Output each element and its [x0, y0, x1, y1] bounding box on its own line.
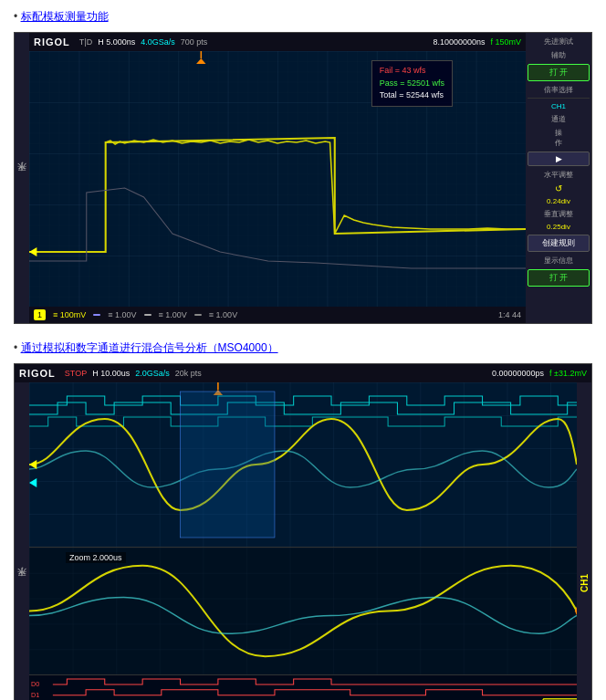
scope1-bottom: 1 ≡ 100mV ≡ 1.00V ≡ 1.00V ≡ 1.00V 1:4 44	[29, 307, 526, 323]
scope1-main: RIGOL T|D H 5.000ns 4.0GSa/s 700 pts 8.1…	[29, 33, 526, 323]
svg-rect-10	[181, 392, 275, 538]
scope1-panel-play[interactable]: ▶	[528, 151, 590, 166]
scope1-wrapper: 水平 RIGOL T|D H 5.000ns 4.0GSa/s 700 pts …	[14, 32, 592, 324]
scope1-ch1-badge: 1	[34, 309, 46, 320]
scope1-panel-h-icon: ↺	[528, 183, 590, 193]
section1-link[interactable]: 标配模板测量功能	[21, 10, 109, 23]
scope1-ch2-badge	[93, 314, 100, 316]
scope2-inner: 水平	[15, 382, 591, 700]
scope2-status: STOP	[65, 369, 87, 378]
scope2-zoom-label: Zoom 2.000us	[66, 552, 126, 563]
scope2-ch1-label: CH1	[577, 382, 591, 700]
scope1-panel-open-btn2[interactable]: 打 开	[528, 269, 590, 287]
scope1-panel-section1: 倍率选择	[528, 85, 590, 99]
scope2-digital-channels: D0 D1 D2 D3 D4 D5	[29, 674, 577, 700]
scope1-status: T|D	[79, 37, 92, 47]
scope1-panel-h-label: 水平调整	[528, 170, 590, 180]
svg-text:D0: D0	[31, 681, 39, 688]
scope1-mask-label: 倍率选择	[528, 85, 590, 95]
section1-title: • 标配模板测量功能	[14, 9, 592, 25]
scope1-ch4-value: ≡ 1.00V	[209, 310, 237, 319]
scope1-samplerate: 4.0GSa/s	[141, 37, 175, 47]
scope1-left-label: 水平	[15, 33, 29, 323]
scope1-info-box: Fail = 43 wfs Pass = 52501 wfs Total = 5…	[371, 60, 453, 107]
scope2-samplerate: 2.0GSa/s	[135, 369, 170, 378]
section2-link[interactable]: 通过模拟和数字通道进行混合信号分析（MSO4000）	[21, 341, 278, 354]
scope1-total: Total = 52544 wfs	[380, 89, 444, 102]
scope1-voltage: f 150mV	[490, 37, 521, 47]
scope2-samplepts: 20k pts	[175, 369, 202, 378]
scope2-upper-waveform	[29, 382, 577, 547]
scope2-upper-display	[29, 382, 577, 547]
scope1-panel-channel2: 通道	[528, 114, 590, 124]
scope2-trigger-time: 0.00000000ps	[492, 369, 544, 378]
scope1-panel-show-info: 显示信息	[528, 256, 590, 266]
scope1-samplepts: 700 pts	[181, 37, 208, 47]
scope1-pass: Pass = 52501 wfs	[380, 78, 444, 90]
scope1-panel-open-btn[interactable]: 打 开	[528, 64, 590, 81]
scope2-logo: RIGOL	[19, 368, 56, 379]
svg-text:D1: D1	[31, 692, 39, 699]
scope1-panel-v-value: 0.25div	[528, 223, 590, 231]
scope1-panel-create-rule[interactable]: 创建规则	[528, 235, 590, 252]
scope1-panel-v-label: 垂直调整	[528, 209, 590, 219]
scope2-timebase: H 10.00us	[92, 369, 130, 378]
section2-title: • 通过模拟和数字通道进行混合信号分析（MSO4000）	[14, 340, 592, 356]
scope1-ch3-value: ≡ 1.00V	[159, 310, 187, 319]
scope1-panel-assist-label: 辅助	[528, 50, 590, 60]
scope1-logo: RIGOL	[34, 37, 70, 47]
scope2-left-label: 水平	[15, 382, 29, 700]
scope1-display: Fail = 43 wfs Pass = 52501 wfs Total = 5…	[29, 51, 526, 307]
scope1-ch3-badge	[144, 314, 152, 316]
svg-rect-7	[29, 382, 577, 547]
scope1-fail: Fail = 43 wfs	[380, 65, 444, 78]
scope2-lower-display: Zoom 2.000us	[29, 547, 577, 674]
scope1-panel-op-label: 操作	[528, 128, 590, 148]
scope2-header: RIGOL STOP H 10.00us 2.0GSa/s 20k pts 0.…	[15, 364, 591, 382]
scope1-trigger-time: 8.10000000ns	[433, 37, 485, 47]
scope2-lower-waveform	[29, 548, 577, 674]
scope1-ch2-value: ≡ 1.00V	[108, 310, 136, 319]
scope1-timebase: H 5.000ns	[98, 37, 135, 47]
scope1-time: 1:4 44	[498, 310, 521, 319]
scope1-ch1-value: ≡ 100mV	[53, 310, 86, 319]
scope2-digital-waveform: D0 D1 D2 D3 D4 D5	[29, 675, 577, 700]
scope2-voltage: f ±31.2mV	[549, 369, 587, 378]
scope1-panel-advanced-label: 先进测试	[528, 37, 590, 47]
scope1-header: RIGOL T|D H 5.000ns 4.0GSa/s 700 pts 8.1…	[29, 33, 526, 51]
scope2-content: Zoom 2.000us D0 D1 D2 D3	[29, 382, 577, 700]
scope1-right-panel: 先进测试 辅助 打 开 倍率选择 CH1 通道 操作 ▶ 水平调整 ↺ 0.24…	[526, 33, 591, 323]
scope1-panel-h-value: 0.24div	[528, 197, 590, 205]
scope1-ch4-badge	[194, 314, 202, 316]
scope1-panel-channel: CH1	[528, 102, 590, 110]
scope2-wrapper: RIGOL STOP H 10.00us 2.0GSa/s 20k pts 0.…	[14, 363, 592, 700]
